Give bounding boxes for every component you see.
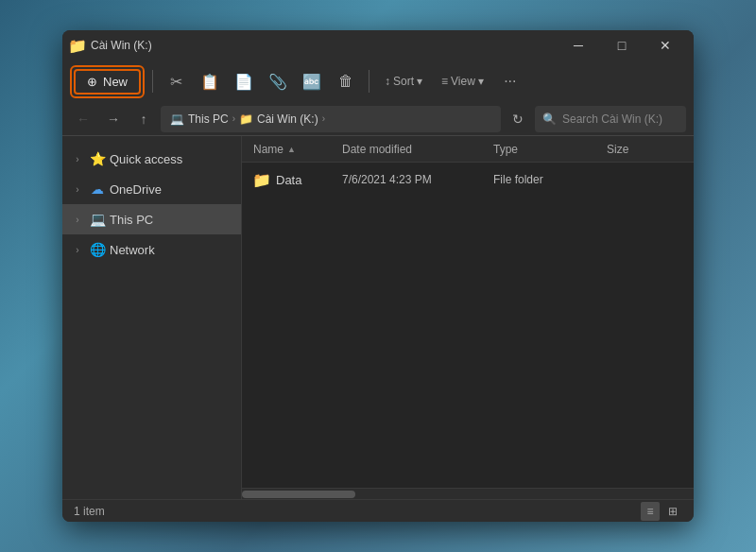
quick-access-chevron-icon: › bbox=[70, 151, 85, 166]
network-chevron-icon: › bbox=[70, 242, 85, 257]
tiles-view-icon[interactable]: ⊞ bbox=[663, 502, 682, 521]
details-view-icon[interactable]: ≡ bbox=[641, 502, 660, 521]
maximize-button[interactable]: □ bbox=[601, 30, 643, 60]
window-icon: 📁 bbox=[70, 38, 85, 53]
copy-button[interactable]: 📋 bbox=[195, 66, 225, 96]
status-bar: 1 item ≡ ⊞ bbox=[62, 499, 694, 522]
address-path[interactable]: 💻 This PC › 📁 Cài Win (K:) › bbox=[161, 106, 501, 132]
onedrive-chevron-icon: › bbox=[70, 181, 85, 197]
quick-access-icon: ⭐ bbox=[89, 150, 106, 167]
sort-arrow-icon: ▲ bbox=[287, 145, 296, 154]
network-icon: 🌐 bbox=[89, 241, 106, 258]
file-area: Name ▲ Date modified Type Size 📁 bbox=[242, 136, 694, 499]
file-date: 7/6/2021 4:23 PM bbox=[342, 173, 493, 186]
search-box[interactable]: 🔍 Search Cài Win (K:) bbox=[535, 106, 686, 132]
main-content: › ⭐ Quick access › ☁ OneDrive › 💻 This P… bbox=[62, 136, 694, 499]
table-row[interactable]: 📁 Data 7/6/2021 4:23 PM File folder bbox=[242, 166, 694, 193]
onedrive-label: OneDrive bbox=[110, 182, 162, 197]
path-chevron-1: › bbox=[232, 113, 235, 124]
file-type: File folder bbox=[493, 173, 607, 186]
view-label: View bbox=[451, 75, 475, 88]
new-button-wrapper: ⊕ New bbox=[70, 65, 145, 98]
sort-button[interactable]: ↕ Sort ▾ bbox=[377, 71, 430, 92]
item-count: 1 item bbox=[74, 505, 105, 518]
file-scroll-area: 📁 Data 7/6/2021 4:23 PM File folder bbox=[242, 163, 694, 499]
new-button[interactable]: ⊕ New bbox=[74, 69, 141, 95]
title-bar: 📁 Cài Win (K:) ─ □ ✕ bbox=[62, 30, 694, 60]
file-name: Data bbox=[276, 173, 342, 187]
view-button[interactable]: ≡ View ▾ bbox=[434, 71, 491, 92]
drive-path-label: Cài Win (K:) bbox=[257, 112, 318, 126]
toolbar: ⊕ New ✂ 📋 📄 📎 🔤 🗑 ↕ Sort ▾ ≡ View ▾ ··· bbox=[62, 60, 694, 102]
address-bar: ← → ↑ 💻 This PC › 📁 Cài Win (K:) › ↻ 🔍 S… bbox=[62, 102, 694, 136]
toolbar-separator-1 bbox=[152, 70, 153, 93]
file-list: 📁 Data 7/6/2021 4:23 PM File folder bbox=[242, 163, 694, 488]
sort-icon: ↕ bbox=[385, 75, 390, 88]
sidebar: › ⭐ Quick access › ☁ OneDrive › 💻 This P… bbox=[62, 136, 242, 499]
view-chevron-icon: ▾ bbox=[478, 75, 484, 88]
forward-button[interactable]: → bbox=[100, 106, 127, 132]
thispc-label: This PC bbox=[110, 213, 153, 227]
plus-icon: ⊕ bbox=[87, 75, 97, 89]
minimize-button[interactable]: ─ bbox=[558, 30, 599, 60]
sort-chevron-icon: ▾ bbox=[417, 75, 422, 88]
sort-label: Sort bbox=[393, 75, 414, 88]
date-column-header[interactable]: Date modified bbox=[342, 143, 493, 156]
more-button[interactable]: ··· bbox=[495, 66, 525, 96]
name-column-header[interactable]: Name ▲ bbox=[253, 143, 342, 156]
path-chevron-2: › bbox=[322, 113, 325, 124]
quick-access-label: Quick access bbox=[110, 152, 182, 166]
share-button[interactable]: 📎 bbox=[263, 66, 293, 96]
network-label: Network bbox=[110, 243, 155, 257]
sidebar-item-quick-access[interactable]: › ⭐ Quick access bbox=[62, 144, 241, 174]
sidebar-item-onedrive[interactable]: › ☁ OneDrive bbox=[62, 174, 241, 204]
thispc-path-label: This PC bbox=[188, 112, 229, 126]
back-button[interactable]: ← bbox=[70, 106, 96, 132]
cut-button[interactable]: ✂ bbox=[161, 66, 191, 96]
view-icon: ≡ bbox=[441, 75, 448, 88]
thispc-icon: 💻 bbox=[89, 211, 106, 228]
drive-path-icon: 📁 bbox=[239, 112, 253, 126]
type-column-header[interactable]: Type bbox=[493, 143, 607, 156]
view-mode-icons: ≡ ⊞ bbox=[641, 502, 682, 521]
onedrive-icon: ☁ bbox=[89, 181, 106, 198]
search-icon: 🔍 bbox=[542, 112, 557, 126]
thispc-chevron-icon: › bbox=[70, 212, 85, 227]
toolbar-separator-2 bbox=[369, 70, 369, 93]
size-col-label: Size bbox=[607, 143, 628, 156]
folder-icon: 📁 bbox=[253, 171, 270, 188]
delete-button[interactable]: 🗑 bbox=[331, 66, 361, 96]
rename-button[interactable]: 🔤 bbox=[297, 66, 327, 96]
new-label: New bbox=[103, 75, 128, 89]
search-placeholder: Search Cài Win (K:) bbox=[562, 112, 662, 126]
date-col-label: Date modified bbox=[342, 143, 412, 156]
column-headers: Name ▲ Date modified Type Size bbox=[242, 136, 694, 163]
close-button[interactable]: ✕ bbox=[644, 30, 686, 60]
explorer-window: 📁 Cài Win (K:) ─ □ ✕ ⊕ New ✂ 📋 📄 📎 🔤 🗑 ↕… bbox=[62, 30, 694, 522]
window-controls: ─ □ ✕ bbox=[558, 30, 686, 60]
size-column-header[interactable]: Size bbox=[607, 143, 682, 156]
scrollbar-thumb[interactable] bbox=[242, 491, 355, 498]
window-title: Cài Win (K:) bbox=[91, 39, 558, 52]
up-button[interactable]: ↑ bbox=[130, 106, 157, 132]
sidebar-item-network[interactable]: › 🌐 Network bbox=[62, 234, 241, 265]
paste-button[interactable]: 📄 bbox=[229, 66, 259, 96]
name-col-label: Name bbox=[253, 143, 284, 156]
thispc-path-icon: 💻 bbox=[170, 112, 184, 126]
horizontal-scrollbar[interactable] bbox=[242, 488, 694, 499]
type-col-label: Type bbox=[493, 143, 518, 156]
refresh-button[interactable]: ↻ bbox=[505, 106, 531, 132]
sidebar-item-this-pc[interactable]: › 💻 This PC bbox=[62, 204, 241, 234]
